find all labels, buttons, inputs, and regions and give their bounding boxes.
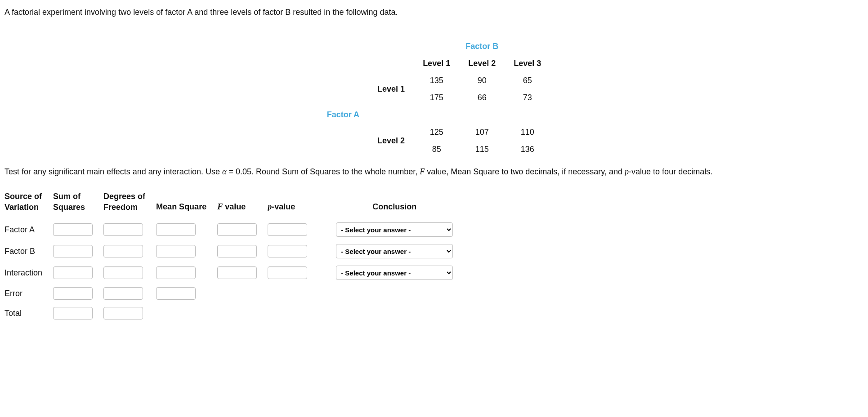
row-label-interaction: Interaction <box>4 262 53 284</box>
row-label-error: Error <box>4 284 53 303</box>
input-factor-a-ms[interactable] <box>156 223 196 236</box>
factor-b-level-2-header: Level 2 <box>459 55 505 72</box>
input-factor-a-f[interactable] <box>217 223 257 236</box>
factor-a-level-1-label: Level 1 <box>368 72 414 106</box>
instructions-mid2: value, Mean Square to two decimals, if n… <box>425 167 625 176</box>
f-symbol: F <box>420 167 425 176</box>
data-cell: 125 <box>414 124 459 141</box>
data-cell: 85 <box>414 141 459 158</box>
input-interaction-df[interactable] <box>103 266 143 279</box>
data-cell: 107 <box>459 124 505 141</box>
factor-a-level-2-label: Level 2 <box>368 124 414 158</box>
input-interaction-ss[interactable] <box>53 266 93 279</box>
col-f-value: F value <box>217 189 268 219</box>
col-p-value: p-value <box>268 189 318 219</box>
data-cell: 110 <box>505 124 550 141</box>
input-factor-a-df[interactable] <box>103 223 143 236</box>
input-total-ss[interactable] <box>53 307 93 319</box>
data-cell: 90 <box>459 72 505 89</box>
alpha-symbol: α <box>222 167 226 176</box>
table-row-factor-b: Factor B - Select your answer - <box>4 240 464 262</box>
input-factor-b-ms[interactable] <box>156 245 196 257</box>
factor-data-table: Factor B Level 1 Level 2 Level 3 Level 1… <box>318 38 550 158</box>
data-cell: 136 <box>505 141 550 158</box>
input-interaction-ms[interactable] <box>156 266 196 279</box>
data-cell: 175 <box>414 89 459 106</box>
input-factor-b-df[interactable] <box>103 245 143 257</box>
data-cell: 66 <box>459 89 505 106</box>
input-interaction-p[interactable] <box>268 266 307 279</box>
instructions-text: Test for any significant main effects an… <box>4 166 864 177</box>
row-label-factor-b: Factor B <box>4 240 53 262</box>
data-cell: 73 <box>505 89 550 106</box>
anova-block: Source ofVariation Sum ofSquares Degrees… <box>4 189 864 324</box>
select-interaction-conclusion[interactable]: - Select your answer - <box>336 266 453 280</box>
instructions-tail: -value to four decimals. <box>629 167 712 176</box>
input-factor-b-p[interactable] <box>268 245 307 257</box>
instructions-pre: Test for any significant main effects an… <box>4 167 222 176</box>
table-row-error: Error <box>4 284 464 303</box>
row-label-factor-a: Factor A <box>4 219 53 240</box>
input-factor-b-f[interactable] <box>217 245 257 257</box>
input-interaction-f[interactable] <box>217 266 257 279</box>
table-row-total: Total <box>4 303 464 323</box>
data-table-block: Factor B Level 1 Level 2 Level 3 Level 1… <box>4 38 864 158</box>
input-total-df[interactable] <box>103 307 143 319</box>
data-cell: 135 <box>414 72 459 89</box>
col-sum-squares: Sum ofSquares <box>53 189 103 219</box>
select-factor-b-conclusion[interactable]: - Select your answer - <box>336 244 453 258</box>
col-degrees-freedom: Degrees ofFreedom <box>103 189 156 219</box>
factor-b-title: Factor B <box>414 38 550 55</box>
p-symbol: p <box>625 167 629 176</box>
input-factor-b-ss[interactable] <box>53 245 93 257</box>
input-error-ss[interactable] <box>53 287 93 300</box>
data-cell: 65 <box>505 72 550 89</box>
alpha-value: 0.05 <box>236 167 251 176</box>
equals-sign: = <box>226 167 236 176</box>
instructions-mid: . Round Sum of Squares to the whole numb… <box>251 167 420 176</box>
table-row-factor-a: Factor A - Select your answer - <box>4 219 464 240</box>
select-factor-a-conclusion[interactable]: - Select your answer - <box>336 222 453 237</box>
factor-b-level-1-header: Level 1 <box>414 55 459 72</box>
data-cell: 115 <box>459 141 505 158</box>
input-factor-a-ss[interactable] <box>53 223 93 236</box>
col-conclusion: Conclusion <box>318 189 464 219</box>
factor-a-title: Factor A <box>327 110 359 119</box>
input-factor-a-p[interactable] <box>268 223 307 236</box>
input-error-ms[interactable] <box>156 287 196 300</box>
col-mean-square: Mean Square <box>156 189 217 219</box>
intro-text: A factorial experiment involving two lev… <box>4 6 864 18</box>
row-label-total: Total <box>4 303 53 323</box>
anova-table: Source ofVariation Sum ofSquares Degrees… <box>4 189 464 324</box>
col-source: Source ofVariation <box>4 189 53 219</box>
factor-b-level-3-header: Level 3 <box>505 55 550 72</box>
input-error-df[interactable] <box>103 287 143 300</box>
table-row-interaction: Interaction - Select your answer - <box>4 262 464 284</box>
